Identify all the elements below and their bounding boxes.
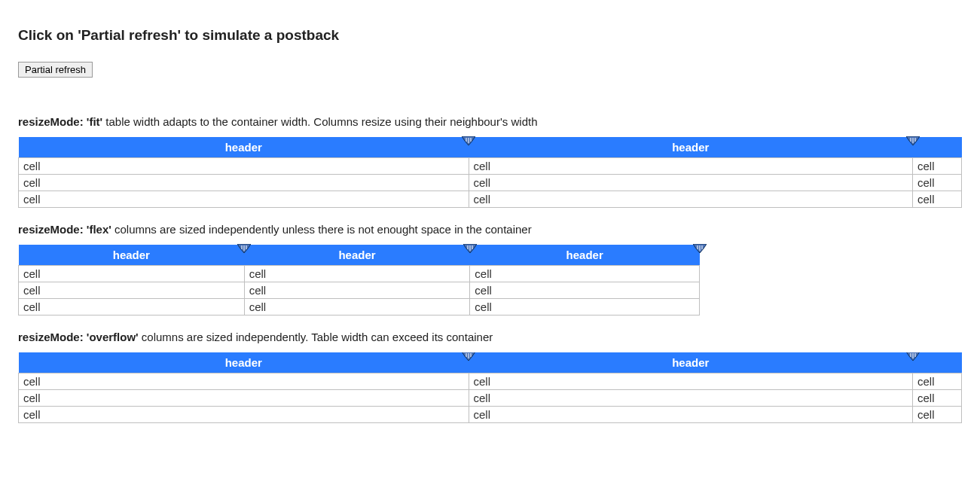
partial-refresh-button[interactable]: Partial refresh (18, 62, 93, 78)
column-header (913, 137, 962, 158)
table-cell: cell (244, 282, 470, 299)
table-cell: cell (244, 299, 470, 316)
table-cell: cell (913, 390, 962, 407)
table-cell: cell (19, 299, 245, 316)
resize-mode-description: resizeMode: 'flex' columns are sized ind… (18, 223, 962, 236)
table-cell: cell (19, 175, 469, 191)
table-cell: cell (470, 282, 700, 299)
table-cell: cell (469, 373, 913, 390)
table-cell: cell (913, 175, 962, 191)
table-cell: cell (913, 373, 962, 390)
resize-mode-label: resizeMode: 'flex' (18, 223, 111, 236)
table-cell: cell (244, 266, 470, 282)
table-cell: cell (469, 407, 913, 423)
table-cell: cell (469, 390, 913, 407)
table-row: cellcellcell (19, 282, 700, 299)
table-cell: cell (469, 191, 913, 208)
resize-mode-text: columns are sized independently. Table w… (139, 331, 493, 343)
column-resize-grip-icon[interactable] (906, 352, 920, 362)
column-resize-grip-icon[interactable] (906, 136, 920, 147)
table-cell: cell (19, 390, 469, 407)
table-flex: headerheaderheadercellcellcellcellcellce… (18, 245, 700, 316)
table-row: cellcellcell (19, 158, 962, 175)
table-cell: cell (19, 407, 469, 423)
table-row: cellcellcell (19, 191, 962, 208)
table-cell: cell (469, 175, 913, 191)
data-table: headerheaderheadercellcellcellcellcellce… (18, 245, 700, 316)
table-cell: cell (19, 191, 469, 208)
table-cell: cell (913, 191, 962, 208)
resize-mode-label: resizeMode: 'fit' (18, 115, 102, 128)
data-table: headerheadercellcellcellcellcellcellcell… (18, 137, 962, 208)
table-row: cellcellcell (19, 373, 962, 390)
column-resize-grip-icon[interactable] (463, 244, 477, 255)
column-header: header (470, 245, 700, 266)
column-resize-grip-icon[interactable] (693, 244, 707, 255)
table-cell: cell (19, 373, 469, 390)
page-title: Click on 'Partial refresh' to simulate a… (18, 27, 962, 44)
column-header: header (19, 245, 245, 266)
table-cell: cell (469, 158, 913, 175)
column-header: header (19, 352, 469, 373)
table-row: cellcellcell (19, 266, 700, 282)
column-header: header (469, 352, 913, 373)
column-header: header (469, 137, 913, 158)
resize-mode-description: resizeMode: 'fit' table width adapts to … (18, 115, 962, 128)
column-resize-grip-icon[interactable] (237, 244, 251, 255)
table-overflow: headerheadercellcellcellcellcellcellcell… (18, 352, 962, 426)
column-resize-grip-icon[interactable] (462, 352, 475, 362)
table-cell: cell (19, 158, 469, 175)
column-header (913, 352, 962, 373)
column-header: header (244, 245, 470, 266)
table-cell: cell (470, 266, 700, 282)
resize-mode-text: table width adapts to the container widt… (102, 115, 537, 128)
table-fit: headerheadercellcellcellcellcellcellcell… (18, 137, 962, 208)
table-row: cellcellcell (19, 390, 962, 407)
resize-mode-description: resizeMode: 'overflow' columns are sized… (18, 331, 962, 343)
table-row: cellcellcell (19, 407, 962, 423)
data-table: headerheadercellcellcellcellcellcellcell… (18, 352, 962, 423)
resize-mode-text: columns are sized independently unless t… (111, 223, 532, 236)
table-row: cellcellcell (19, 175, 962, 191)
table-cell: cell (470, 299, 700, 316)
table-cell: cell (19, 266, 245, 282)
table-cell: cell (19, 282, 245, 299)
table-row: cellcellcell (19, 299, 700, 316)
resize-mode-label: resizeMode: 'overflow' (18, 331, 139, 343)
column-header: header (19, 137, 469, 158)
column-resize-grip-icon[interactable] (462, 136, 475, 147)
table-cell: cell (913, 158, 962, 175)
table-cell: cell (913, 407, 962, 423)
